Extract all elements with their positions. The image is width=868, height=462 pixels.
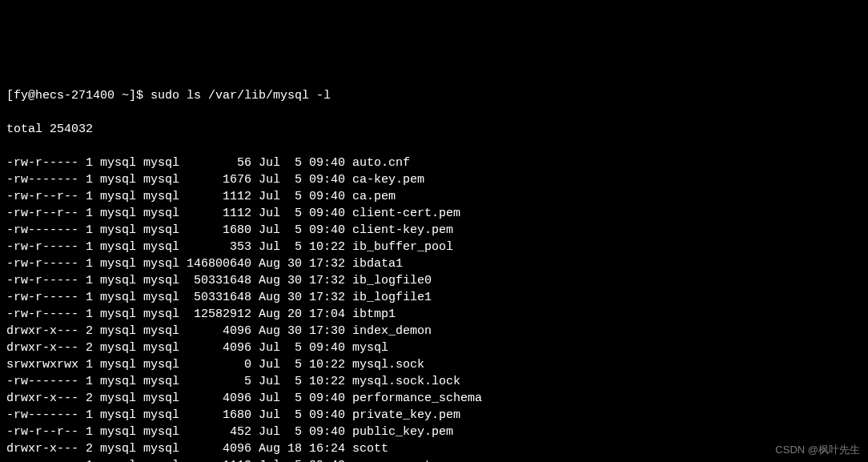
- listing-row: -rw-r----- 1 mysql mysql 50331648 Aug 30…: [6, 289, 862, 306]
- listing-row: srwxrwxrwx 1 mysql mysql 0 Jul 5 10:22 m…: [6, 356, 862, 373]
- listing-row: -rw-r----- 1 mysql mysql 50331648 Aug 30…: [6, 272, 862, 289]
- listing-row: drwxr-x--- 2 mysql mysql 4096 Aug 30 17:…: [6, 323, 862, 339]
- listing-row: -rw-r----- 1 mysql mysql 56 Jul 5 09:40 …: [6, 155, 862, 171]
- watermark-text: CSDN @枫叶先生: [775, 443, 860, 457]
- listing-row: -rw-r--r-- 1 mysql mysql 452 Jul 5 09:40…: [6, 424, 862, 440]
- listing-row: -rw------- 1 mysql mysql 5 Jul 5 10:22 m…: [6, 373, 862, 390]
- listing-row: drwxr-x--- 2 mysql mysql 4096 Jul 5 09:4…: [6, 339, 862, 356]
- listing-row: drwxr-x--- 2 mysql mysql 4096 Jul 5 09:4…: [6, 390, 862, 407]
- listing-row: drwxr-x--- 2 mysql mysql 4096 Aug 18 16:…: [6, 440, 862, 457]
- listing-row: -rw------- 1 mysql mysql 1676 Jul 5 09:4…: [6, 171, 862, 188]
- listing-row: -rw-r--r-- 1 mysql mysql 1112 Jul 5 09:4…: [6, 188, 862, 205]
- terminal-output[interactable]: [fy@hecs-271400 ~]$ sudo ls /var/lib/mys…: [6, 70, 862, 462]
- listing-row: -rw------- 1 mysql mysql 1680 Jul 5 09:4…: [6, 407, 862, 424]
- command-line: [fy@hecs-271400 ~]$ sudo ls /var/lib/mys…: [6, 87, 862, 104]
- listing-row: -rw-r--r-- 1 mysql mysql 1112 Jul 5 09:4…: [6, 205, 862, 222]
- listing-row: -rw-r--r-- 1 mysql mysql 1112 Jul 5 09:4…: [6, 457, 862, 462]
- listing-row: -rw-r----- 1 mysql mysql 353 Jul 5 10:22…: [6, 239, 862, 255]
- listing-row: -rw-r----- 1 mysql mysql 146800640 Aug 3…: [6, 255, 862, 272]
- shell-prompt: [fy@hecs-271400 ~]$: [6, 89, 151, 102]
- listing-row: -rw------- 1 mysql mysql 1680 Jul 5 09:4…: [6, 222, 862, 239]
- file-listing: -rw-r----- 1 mysql mysql 56 Jul 5 09:40 …: [6, 155, 862, 462]
- total-line: total 254032: [6, 121, 862, 138]
- command-text: sudo ls /var/lib/mysql -l: [151, 89, 331, 102]
- listing-row: -rw-r----- 1 mysql mysql 12582912 Aug 20…: [6, 306, 862, 323]
